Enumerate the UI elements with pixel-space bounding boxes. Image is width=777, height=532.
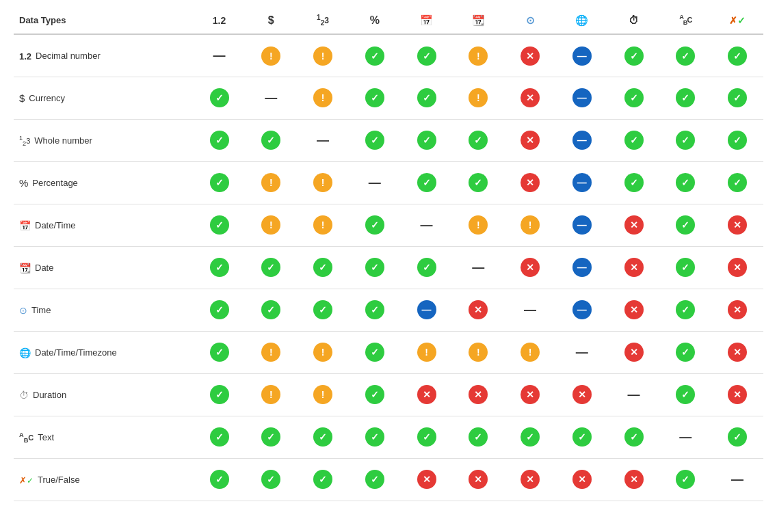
cell-yellow: !: [261, 215, 280, 235]
cell-green: ✓: [624, 173, 644, 192]
row-label-text: ABC Text: [14, 416, 194, 458]
cell-decimal-7: —: [556, 34, 608, 77]
cell-green: ✓: [417, 427, 436, 447]
cell-green: ✓: [417, 46, 436, 66]
cell-red: ✕: [469, 470, 488, 489]
cell-duration-4: ✕: [401, 373, 453, 416]
cell-red: ✕: [521, 173, 540, 192]
row-icon-date: 📆: [19, 262, 31, 274]
table-row-decimal: 1.2 Decimal number —!!✓✓!✕—✓✓✓: [14, 34, 763, 77]
cell-time-3: ✓: [349, 289, 401, 331]
cell-truefalse-7: ✕: [556, 458, 608, 501]
row-icon-decimal: 1.2: [19, 50, 31, 62]
row-text-datetime: Date/Time: [35, 220, 75, 230]
cell-green: ✓: [313, 470, 332, 489]
cell-truefalse-1: ✓: [245, 458, 297, 501]
cell-duration-9: ✓: [659, 373, 711, 416]
row-text-pct: Percentage: [32, 178, 78, 188]
cell-green: ✓: [365, 215, 384, 235]
cell-green: ✓: [261, 300, 280, 319]
cell-time-1: ✓: [245, 289, 297, 331]
cell-decimal-5: !: [452, 34, 504, 77]
cell-yellow: !: [313, 343, 332, 362]
cell-yellow: !: [313, 173, 332, 192]
cell-date-0: ✓: [194, 246, 246, 289]
cell-decimal-0: —: [194, 34, 246, 77]
cell-decimal-8: ✓: [608, 34, 660, 77]
cell-green: ✓: [261, 258, 280, 277]
row-label-currency: $ Currency: [14, 77, 194, 119]
data-types-table: Data Types 1.2$123%📅📆⊙🌐⏱ABC✗✓ 1.2 Decima…: [14, 7, 763, 501]
cell-green: ✓: [365, 385, 384, 404]
cell-green: ✓: [365, 258, 384, 277]
cell-dttz-5: !: [452, 331, 504, 373]
header-col-currency: $: [245, 7, 297, 34]
cell-date-8: ✕: [608, 246, 660, 289]
cell-truefalse-4: ✕: [401, 458, 453, 501]
row-text-date: Date: [35, 263, 53, 273]
cell-green: ✓: [365, 427, 384, 447]
cell-dttz-6: !: [504, 331, 556, 373]
cell-decimal-3: ✓: [349, 34, 401, 77]
cell-date-10: ✕: [711, 246, 763, 289]
cell-green: ✓: [313, 300, 332, 319]
cell-currency-4: ✓: [401, 77, 453, 119]
table-row-duration: ⏱ Duration ✓!!✓✕✕✕✕—✓✕: [14, 373, 763, 416]
cell-green: ✓: [365, 131, 384, 150]
row-icon-pct: %: [19, 177, 28, 189]
row-label-date: 📆 Date: [14, 246, 194, 289]
row-text-whole: Whole number: [34, 135, 92, 146]
cell-currency-0: ✓: [194, 77, 246, 119]
cell-green: ✓: [676, 343, 695, 362]
cell-yellow: !: [521, 343, 540, 362]
cell-green: ✓: [417, 131, 436, 150]
cell-green: ✓: [469, 131, 488, 150]
cell-date-4: ✓: [401, 246, 453, 289]
cell-dash: —: [213, 49, 226, 62]
cell-currency-3: ✓: [349, 77, 401, 119]
cell-truefalse-2: ✓: [297, 458, 349, 501]
row-label-dttz: 🌐 Date/Time/Timezone: [14, 331, 194, 373]
cell-text-1: ✓: [245, 416, 297, 458]
cell-pct-3: —: [349, 161, 401, 204]
cell-dash: —: [472, 261, 484, 274]
cell-whole-9: ✓: [659, 119, 711, 161]
cell-yellow: !: [261, 385, 280, 404]
cell-green: ✓: [624, 427, 644, 447]
row-label-truefalse: ✗✓ True/False: [14, 458, 194, 501]
cell-truefalse-0: ✓: [194, 458, 246, 501]
table-row-datetime: 📅 Date/Time ✓!!✓—!!—✕✓✕: [14, 204, 763, 246]
cell-green: ✓: [572, 427, 592, 447]
cell-time-6: —: [504, 289, 556, 331]
cell-red: ✕: [624, 343, 644, 362]
cell-yellow: !: [313, 46, 332, 66]
cell-blue: —: [572, 173, 592, 192]
cell-green: ✓: [624, 88, 644, 107]
cell-dash: —: [628, 388, 640, 401]
cell-blue: —: [572, 300, 592, 319]
cell-truefalse-8: ✕: [608, 458, 660, 501]
cell-text-2: ✓: [297, 416, 349, 458]
cell-datetime-0: ✓: [194, 204, 246, 246]
cell-green: ✓: [417, 173, 436, 192]
cell-red: ✕: [417, 470, 436, 489]
row-label-decimal: 1.2 Decimal number: [14, 34, 194, 77]
cell-red: ✕: [521, 385, 540, 404]
cell-green: ✓: [210, 215, 229, 235]
cell-whole-4: ✓: [401, 119, 453, 161]
cell-dttz-8: ✕: [608, 331, 660, 373]
cell-red: ✕: [521, 131, 540, 150]
cell-yellow: !: [261, 343, 280, 362]
cell-dttz-10: ✕: [711, 331, 763, 373]
table-row-pct: % Percentage ✓!!—✓✓✕—✓✓✓: [14, 161, 763, 204]
cell-currency-10: ✓: [711, 77, 763, 119]
cell-pct-4: ✓: [401, 161, 453, 204]
cell-red: ✕: [521, 46, 540, 66]
cell-text-8: ✓: [608, 416, 660, 458]
cell-dash: —: [317, 133, 329, 147]
cell-time-7: —: [556, 289, 608, 331]
cell-blue: —: [572, 258, 592, 277]
cell-decimal-1: !: [245, 34, 297, 77]
cell-decimal-4: ✓: [401, 34, 453, 77]
cell-red: ✕: [572, 470, 592, 489]
